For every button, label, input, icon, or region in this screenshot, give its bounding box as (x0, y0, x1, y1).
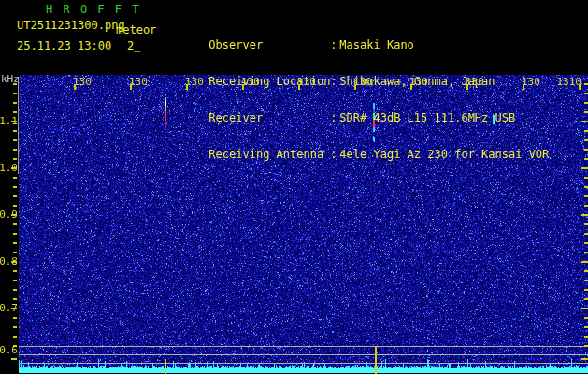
freq-minor-tick-left (13, 298, 17, 300)
freq-minor-tick-right (584, 149, 588, 151)
process-counter: 2_ (127, 39, 140, 52)
plot-left-edge-line (18, 77, 19, 174)
observation-label: meteor (116, 23, 156, 36)
freq-minor-tick-left (13, 233, 17, 235)
info-row-location: Receiving Location:Shibukawa, Gunma, Jap… (168, 64, 549, 76)
time-label-head: 130 (241, 76, 260, 88)
info-label: Observer (208, 39, 330, 51)
freq-minor-tick-left (13, 149, 17, 151)
freq-minor-tick-right (584, 130, 588, 132)
freq-minor-tick-right (584, 158, 588, 160)
time-label-head: 130 (73, 76, 92, 88)
freq-minor-tick-left (13, 93, 17, 94)
freq-minor-tick-right (584, 205, 588, 207)
time-axis-label: 1306 (320, 76, 357, 88)
freq-minor-tick-right (584, 326, 588, 328)
freq-minor-tick-left (13, 83, 17, 85)
freq-minor-tick-right (584, 298, 588, 300)
info-value: Masaki Kano (339, 39, 413, 51)
time-label-head: 130 (353, 76, 372, 88)
station-info: Observer:Masaki Kano Receiving Location:… (168, 3, 549, 173)
info-row-receiver: Receiver:SDR# 43dB L15 111.6MHz USB (168, 100, 549, 112)
freq-minor-tick-right (584, 345, 588, 347)
freq-minor-tick-left (13, 186, 17, 188)
info-row-antenna: Receiving Antenna:4ele Yagi Az 230 for K… (168, 137, 549, 149)
output-filename: UT2511231300.png (17, 19, 125, 32)
freq-axis-label: 1.1 (0, 116, 18, 127)
freq-minor-tick-right (584, 139, 588, 141)
freq-minor-tick-right (584, 223, 588, 225)
freq-minor-tick-left (13, 139, 17, 141)
freq-minor-tick-right (584, 186, 588, 188)
info-label: Receiver (208, 112, 330, 124)
freq-minor-tick-right (584, 83, 588, 85)
freq-major-tick-right (581, 121, 588, 122)
time-axis-label: 1308 (432, 76, 469, 88)
app-title: H R O F F T (46, 3, 140, 16)
freq-minor-tick-right (584, 289, 588, 291)
freq-major-tick-right (581, 308, 588, 309)
freq-minor-tick-right (584, 93, 588, 94)
info-row-observer: Observer:Masaki Kano (168, 27, 549, 39)
freq-minor-tick-left (13, 195, 17, 197)
time-axis-label: 1301 (39, 76, 77, 88)
freq-minor-tick-right (584, 102, 588, 104)
freq-minor-tick-left (13, 111, 17, 113)
freq-minor-tick-left (13, 336, 17, 338)
freq-minor-tick-right (584, 111, 588, 113)
info-colon: : (330, 112, 339, 124)
freq-major-tick-right (581, 261, 588, 263)
freq-minor-tick-left (13, 317, 17, 319)
info-value: SDR# 43dB L15 111.6MHz USB (339, 112, 515, 124)
freq-minor-tick-right (584, 317, 588, 319)
time-label-head: 130 (185, 76, 204, 88)
info-colon: : (330, 39, 339, 51)
freq-minor-tick-left (13, 205, 17, 207)
datetime-label: 25.11.23 13:00 (17, 39, 111, 52)
freq-minor-tick-left (13, 289, 17, 291)
time-label-head: 130 (129, 76, 148, 88)
freq-minor-tick-left (13, 177, 17, 179)
freq-axis-label: 0.6 (0, 345, 18, 356)
freq-minor-tick-right (584, 252, 588, 253)
freq-minor-tick-right (584, 336, 588, 338)
info-label: Receiving Antenna (208, 149, 330, 161)
freq-minor-tick-right (584, 233, 588, 235)
freq-minor-tick-right (584, 270, 588, 272)
freq-minor-tick-left (13, 326, 17, 328)
freq-minor-tick-left (13, 158, 17, 160)
freq-minor-tick-left (13, 223, 17, 225)
time-label-head: 130 (466, 76, 484, 88)
freq-major-tick-right (581, 167, 588, 169)
freq-major-tick-right (581, 214, 588, 216)
freq-minor-tick-left (13, 252, 17, 253)
freq-minor-tick-right (584, 195, 588, 197)
freq-minor-tick-left (13, 280, 17, 281)
info-value: 4ele Yagi Az 230 for Kansai VOR (339, 149, 549, 161)
freq-minor-tick-left (13, 242, 17, 244)
time-axis-label: 1305 (264, 76, 301, 88)
time-label-head: 130 (522, 76, 540, 88)
time-label-head: 130 (409, 76, 428, 88)
time-axis-label: 1304 (208, 76, 245, 88)
freq-minor-tick-left (13, 270, 17, 272)
freq-minor-tick-right (584, 242, 588, 244)
time-axis-label: 1307 (376, 76, 413, 88)
freq-axis-label: 0.9 (0, 209, 18, 221)
time-label-head: 130 (297, 76, 316, 88)
time-axis-label: 1303 (151, 76, 189, 88)
time-axis-label: 1302 (95, 76, 133, 88)
freq-minor-tick-left (13, 102, 17, 104)
freq-minor-tick-right (584, 280, 588, 281)
info-colon: : (330, 149, 339, 161)
freq-axis-label: 0.7 (0, 303, 18, 314)
time-axis-label: 1309 (488, 76, 525, 88)
freq-major-tick-left (11, 358, 17, 360)
time-axis-label: 1310 (544, 76, 581, 88)
freq-minor-tick-right (584, 177, 588, 179)
freq-major-tick-right (581, 358, 588, 360)
freq-axis-label: 1.0 (0, 163, 18, 174)
freq-axis-label: 0.8 (0, 256, 18, 267)
freq-minor-tick-left (13, 130, 17, 132)
hrofft-screen: H R O F F T UT2511231300.png meteor 25.1… (0, 0, 588, 374)
